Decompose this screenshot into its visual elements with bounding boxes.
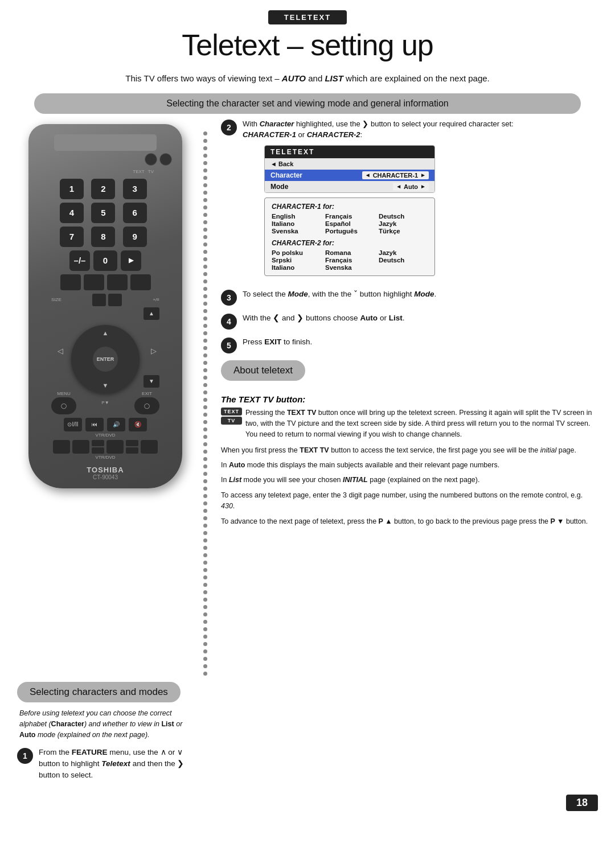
exit-btn[interactable]: ◯ bbox=[134, 397, 159, 414]
about-section: The TEXT TV button: TEXT TV Pressing the… bbox=[221, 394, 598, 527]
func-row bbox=[54, 274, 157, 290]
char-arrow-right: ► bbox=[420, 172, 426, 178]
dot bbox=[203, 294, 207, 298]
size-btn-2[interactable] bbox=[108, 294, 122, 306]
dot bbox=[203, 324, 207, 328]
teletext-menu-box: TELETEXT ◄ Back Character ◄ CHARACTER-1 … bbox=[264, 145, 435, 193]
dot bbox=[203, 250, 207, 254]
char1-grid: English Français Deutsch Italiano Españo… bbox=[272, 213, 428, 235]
num-8[interactable]: 8 bbox=[91, 227, 115, 247]
tv-btn[interactable]: TV bbox=[221, 417, 242, 425]
char2-item: Srpski bbox=[272, 257, 321, 264]
dot bbox=[203, 413, 207, 417]
menu-button-top[interactable] bbox=[159, 153, 172, 166]
dash-btn[interactable]: –/– bbox=[69, 250, 90, 271]
right-arrow-btn[interactable]: ▷ bbox=[151, 347, 157, 355]
media-1[interactable]: ⊙I/II bbox=[64, 418, 82, 431]
about-bar-wrapper: About teletext bbox=[221, 360, 598, 386]
transport-5a[interactable] bbox=[126, 440, 138, 446]
size-label: SIZE bbox=[51, 297, 62, 302]
char1-item: Türkçe bbox=[379, 228, 428, 235]
func-3[interactable] bbox=[107, 274, 128, 290]
transport-5b[interactable] bbox=[126, 447, 138, 454]
dot bbox=[203, 353, 207, 357]
char2-item: Jazyk bbox=[379, 249, 428, 256]
dot bbox=[203, 538, 207, 542]
right-column: 2 With Character highlighted, use the ❯ … bbox=[216, 118, 598, 677]
dot bbox=[203, 612, 207, 616]
dot bbox=[203, 161, 207, 165]
dot bbox=[203, 487, 207, 491]
power-button[interactable] bbox=[145, 153, 157, 166]
step2: 2 With Character highlighted, use the ❯ … bbox=[221, 118, 598, 282]
dot bbox=[203, 168, 207, 172]
num-0[interactable]: 0 bbox=[93, 250, 117, 271]
step3-text: To select the Mode, with the the ˅ butto… bbox=[243, 289, 436, 300]
size-btn-1[interactable] bbox=[92, 294, 106, 306]
transport-1[interactable] bbox=[53, 440, 70, 454]
left-arrow-btn[interactable]: ◁ bbox=[58, 347, 63, 355]
dot bbox=[203, 561, 207, 565]
back-label: Back bbox=[278, 161, 293, 167]
numpad: 1 2 3 4 5 6 7 8 9 bbox=[60, 179, 151, 247]
dot bbox=[203, 213, 207, 217]
zero-row: –/– 0 ▶ bbox=[60, 250, 151, 271]
func-1[interactable] bbox=[60, 274, 81, 290]
about-body1: Pressing the TEXT TV button once will br… bbox=[245, 408, 598, 441]
menu-btn[interactable]: ◯ bbox=[51, 397, 76, 414]
mode-row[interactable]: Mode ◄ Auto ► bbox=[265, 181, 434, 192]
num-1[interactable]: 1 bbox=[60, 179, 84, 199]
media-2[interactable]: ⏮ bbox=[85, 418, 104, 431]
about-para2: When you first press the TEXT TV button … bbox=[221, 445, 598, 456]
num-6[interactable]: 6 bbox=[123, 203, 147, 223]
dot bbox=[203, 176, 207, 180]
step4-text: With the ❮ and ❯ buttons choose Auto or … bbox=[243, 312, 404, 324]
dpad-down-btn[interactable]: ▼ bbox=[102, 382, 109, 389]
dot bbox=[203, 620, 207, 624]
p-up-btn[interactable]: ▲ bbox=[144, 307, 159, 320]
transport-3b[interactable] bbox=[92, 447, 104, 454]
char2-item bbox=[379, 264, 428, 271]
transport-2[interactable] bbox=[72, 440, 89, 454]
char1-item: Français bbox=[325, 213, 374, 220]
char1-item: Svenska bbox=[272, 228, 321, 235]
left-column: TEXT TV 1 2 3 4 5 6 7 8 9 –/– 0 ▶ bbox=[17, 118, 194, 677]
dot bbox=[203, 472, 207, 476]
dot bbox=[203, 605, 207, 609]
step1: 1 From the FEATURE menu, use the ∧ or ∨ … bbox=[17, 747, 194, 781]
section1-bar: Selecting the character set and viewing … bbox=[34, 93, 581, 114]
character-value: ◄ CHARACTER-1 ► bbox=[362, 171, 429, 179]
transport-6[interactable] bbox=[141, 440, 158, 454]
dot bbox=[203, 235, 207, 239]
remote-screen bbox=[54, 134, 157, 151]
dot bbox=[203, 590, 207, 594]
footer: 18 bbox=[0, 788, 615, 817]
mode-arrow-right: ► bbox=[420, 183, 426, 190]
num-5[interactable]: 5 bbox=[91, 203, 115, 223]
dpad-circle: ▲ ▼ ENTER bbox=[71, 325, 140, 393]
num-9[interactable]: 9 bbox=[123, 227, 147, 247]
dot bbox=[203, 649, 207, 653]
dot bbox=[203, 672, 207, 676]
func-2[interactable] bbox=[84, 274, 104, 290]
media-4[interactable]: 🔇 bbox=[129, 418, 147, 431]
back-btn[interactable]: ▶ bbox=[121, 250, 141, 271]
dpad-up-btn[interactable]: ▲ bbox=[102, 330, 109, 336]
num-2[interactable]: 2 bbox=[91, 179, 115, 199]
transport-4[interactable] bbox=[106, 440, 124, 454]
text-btn[interactable]: TEXT bbox=[221, 408, 242, 416]
enter-btn[interactable]: ENTER bbox=[93, 347, 118, 372]
num-4[interactable]: 4 bbox=[60, 203, 84, 223]
transport-3a[interactable] bbox=[92, 440, 104, 446]
media-3[interactable]: 🔊 bbox=[107, 418, 125, 431]
page-title: Teletext – setting up bbox=[182, 28, 433, 62]
func-4[interactable] bbox=[130, 274, 151, 290]
character-row[interactable]: Character ◄ CHARACTER-1 ► bbox=[265, 170, 434, 181]
about-para5: To access any teletext page, enter the 3… bbox=[221, 490, 598, 512]
dot bbox=[203, 339, 207, 343]
num-3[interactable]: 3 bbox=[123, 179, 147, 199]
char1-item: Español bbox=[325, 220, 374, 227]
char2-item: Italiano bbox=[272, 264, 321, 271]
dots-spacer bbox=[205, 682, 228, 788]
num-7[interactable]: 7 bbox=[60, 227, 84, 247]
